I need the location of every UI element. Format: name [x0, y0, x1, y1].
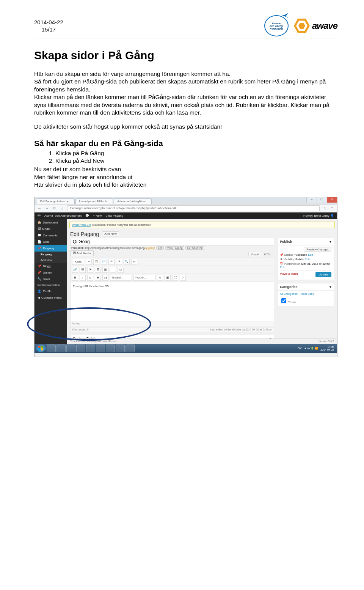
wp-howdy[interactable]: Howdy, Bertil Orrby 👤 — [303, 214, 334, 217]
tb-color-icon[interactable]: A — [157, 275, 163, 281]
tb-underline-icon[interactable]: U — [87, 275, 93, 281]
sidebar-sub-addnew[interactable]: Add New — [35, 257, 67, 263]
collapse-icon[interactable]: ▾ — [329, 285, 331, 289]
preview-button[interactable]: Preview Changes — [304, 247, 331, 252]
taskbar-app-icon[interactable] — [76, 345, 85, 352]
wp-logo-icon[interactable]: ⓦ — [38, 214, 41, 218]
sidebar-item-tools[interactable]: 🔧 Tools — [35, 276, 67, 282]
tab-most-used[interactable]: Most Used — [301, 292, 314, 296]
back-icon[interactable]: ← — [37, 206, 42, 211]
reload-icon[interactable]: ⟳ — [52, 206, 57, 211]
home-icon[interactable]: ⌂ — [60, 206, 65, 211]
tb-copy-icon[interactable]: 📋 — [93, 259, 99, 265]
tb-help-icon[interactable]: ? — [180, 275, 186, 281]
tb-bgcolor-icon[interactable]: ▣ — [165, 275, 171, 281]
sidebar-item-profile[interactable]: 👤 Profile — [35, 288, 67, 294]
tb-hr-icon[interactable]: ― — [110, 267, 116, 273]
permalink-view-button[interactable]: View Pagang — [165, 246, 184, 250]
tb-italic-icon[interactable]: I — [80, 275, 86, 281]
schedule-edit-link[interactable]: Edit — [280, 266, 285, 269]
address-bar[interactable]: foreningar.astmaoallergiforbundet.se/wp-… — [67, 205, 320, 211]
tb-image-icon[interactable]: 🖼 — [95, 267, 101, 273]
collapse-icon[interactable]: ▾ — [329, 240, 331, 244]
tb-strike-icon[interactable]: S — [95, 275, 101, 281]
permalink-edit-button[interactable]: Edit — [156, 246, 164, 250]
taskbar-app-icon[interactable] — [56, 345, 66, 352]
tb-maximize-icon[interactable]: ⛶ — [172, 275, 178, 281]
wp-view-link[interactable]: View Pagang — [105, 214, 123, 217]
window-max-icon[interactable]: ▢ — [317, 197, 327, 203]
tb-anchor-icon[interactable]: ⚑ — [87, 267, 93, 273]
taskbar-app-icon[interactable] — [116, 345, 125, 352]
after-step-1: Nu ser det ut som beskrivits ovan — [34, 165, 337, 173]
system-tray[interactable]: SV ▲ 🕪 🔋 📶 13:39 2014-04-22 — [298, 346, 336, 351]
taskbar-app-icon[interactable] — [66, 345, 75, 352]
sidebar-item-sida[interactable]: 📄 Sida — [35, 239, 67, 245]
taskbar-app-icon[interactable] — [47, 345, 56, 352]
permalink-shortlink-button[interactable]: Get Shortlink — [185, 246, 204, 250]
taskbar-app-icon[interactable] — [86, 345, 95, 352]
tab-visual[interactable]: Visual — [248, 252, 261, 256]
visibility-edit-link[interactable]: Edit — [305, 258, 310, 261]
sidebar-sub-pagang[interactable]: Pa gang — [35, 252, 67, 257]
editor-content[interactable]: Trevlig träff för alla över 55 — [70, 282, 274, 321]
tab-html[interactable]: HTML — [262, 252, 274, 256]
menu-icon[interactable]: ≡ — [329, 206, 335, 211]
sidebar-collapse[interactable]: ◀ Collapse menu — [35, 294, 67, 301]
bookmark-icon[interactable]: ☆ — [322, 206, 327, 211]
tb-find-icon[interactable]: 🔍 — [124, 259, 130, 265]
tb-table-icon[interactable]: ▦ — [102, 267, 108, 273]
taskbar-app-icon[interactable] — [106, 345, 115, 352]
tb-redo-icon[interactable]: ↷ — [116, 259, 122, 265]
start-button-icon[interactable] — [36, 345, 46, 352]
post-title-input[interactable] — [70, 238, 274, 245]
hexagon-icon — [294, 18, 310, 34]
sidebar-item-media[interactable]: 🖼 Media — [35, 226, 67, 232]
forward-icon[interactable]: → — [44, 206, 50, 211]
windows-taskbar: SV ▲ 🕪 🔋 📶 13:39 2014-04-22 — [35, 344, 337, 353]
tab-all-categories[interactable]: All Categories — [280, 292, 298, 296]
add-media-button[interactable]: 🖼 Add Media — [70, 250, 94, 256]
sidebar-item-comments[interactable]: 💬 Comments — [35, 232, 67, 239]
wp-main: WordPress 3.9 is available! Please notif… — [67, 219, 337, 344]
browser-tab-2[interactable]: Lorem Ipsum - All the fa… — [75, 198, 113, 204]
tb-kalla-button[interactable]: Källa — [72, 259, 84, 265]
tb-cut-icon[interactable]: ✂ — [86, 259, 92, 265]
trash-link[interactable]: Move to Trash — [280, 272, 298, 275]
tb-sub-icon[interactable]: x₂ — [102, 275, 108, 281]
window-close-icon[interactable]: × — [327, 197, 337, 203]
heading-2: Så här skapar du en På Gång-sida — [34, 139, 337, 148]
tb-unlink-icon[interactable]: ⛓ — [80, 267, 86, 273]
sidebar-item-dashboard[interactable]: 🏠 Dashboard — [35, 219, 67, 226]
add-new-button[interactable]: Add New — [102, 231, 119, 236]
tb-paste-icon[interactable]: 📄 — [101, 259, 107, 265]
sidebar-item-pagang[interactable]: 📌 Pa gang — [35, 245, 67, 252]
tb-char-icon[interactable]: Ω — [118, 267, 124, 273]
browser-tab-1[interactable]: Edit Pagang - Astma- oc… — [37, 198, 75, 204]
taskbar-app-icon[interactable] — [126, 345, 135, 352]
tb-replace-icon[interactable]: ⇄ — [131, 259, 137, 265]
wp-footer: Thank you for creating with WordPress. V… — [67, 338, 337, 344]
sidebar-item-galleri[interactable]: 📌 Galleri — [35, 269, 67, 276]
taskbar-app-icon[interactable] — [96, 345, 105, 352]
tb-link-icon[interactable]: 🔗 — [72, 267, 78, 273]
wp-update-link[interactable]: WordPress 3.9 — [72, 223, 91, 227]
tb-font-select[interactable]: Teckenf… — [110, 275, 132, 281]
sidebar-item-blogg[interactable]: 📌 Blogg — [35, 263, 67, 269]
tb-bold-icon[interactable]: B — [72, 275, 78, 281]
window-min-icon[interactable]: – — [306, 197, 317, 203]
wp-comments-icon[interactable]: 💬 — [85, 214, 89, 217]
update-button[interactable]: Update — [315, 272, 331, 277]
wp-site-link[interactable]: Astma- och Allergiförbundet — [44, 214, 82, 217]
tb-typeface-select[interactable]: Typsnitt… — [133, 275, 155, 281]
status-edit-link[interactable]: Edit — [308, 253, 313, 256]
browser-tab-3[interactable]: Astma - och Allergiförен… — [114, 198, 151, 204]
awave-logo: awave — [294, 18, 337, 34]
category-checkbox[interactable]: Testar — [280, 297, 331, 304]
categories-header[interactable]: Categories▾ — [278, 283, 334, 291]
paragraph-intro: Här kan du skapa en sida för varje arran… — [34, 70, 337, 117]
publish-header[interactable]: Publish▾ — [278, 238, 334, 245]
wp-new-link[interactable]: + New — [93, 214, 102, 217]
sidebar-item-kontakt[interactable]: Kontaktinformation — [35, 282, 67, 288]
tb-undo-icon[interactable]: ↶ — [108, 259, 115, 265]
